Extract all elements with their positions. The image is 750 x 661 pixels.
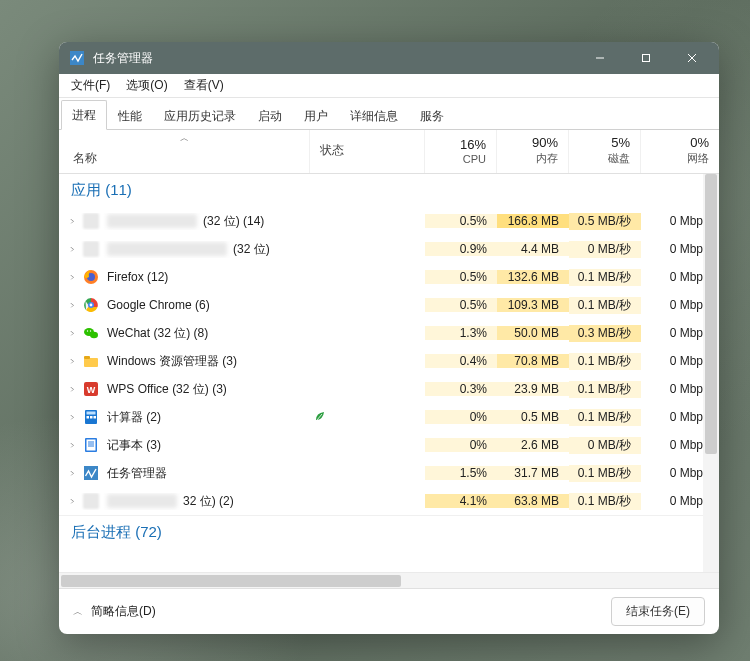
redacted-name (107, 494, 177, 508)
expand-chevron-icon[interactable]: ﹥ (65, 439, 79, 452)
col-header-cpu[interactable]: 16% CPU (425, 130, 497, 173)
process-name-cell[interactable]: ﹥WWPS Office (32 位) (3) (59, 381, 310, 398)
cpu-cell: 0% (425, 410, 497, 424)
process-name-label: Google Chrome (6) (107, 298, 210, 312)
svg-rect-29 (84, 466, 98, 480)
table-row[interactable]: ﹥WeChat (32 位) (8)1.3%50.0 MB0.3 MB/秒0 M… (59, 319, 719, 347)
process-name-cell[interactable]: ﹥(32 位) (14) (59, 213, 310, 230)
vertical-scrollbar-thumb[interactable] (705, 174, 717, 454)
cpu-cell: 0.4% (425, 354, 497, 368)
expand-chevron-icon[interactable]: ﹥ (65, 467, 79, 480)
menu-file[interactable]: 文件(F) (63, 75, 118, 96)
disk-cell: 0 MB/秒 (569, 241, 641, 258)
app-icon (69, 50, 85, 66)
process-name-label: WPS Office (32 位) (3) (107, 381, 227, 398)
cpu-cell: 0.5% (425, 214, 497, 228)
chevron-up-icon: ︿ (73, 605, 83, 619)
titlebar[interactable]: 任务管理器 (59, 42, 719, 74)
process-name-cell[interactable]: ﹥(32 位) (59, 241, 310, 258)
minimize-button[interactable] (577, 42, 623, 74)
process-name-cell[interactable]: ﹥计算器 (2) (59, 409, 310, 426)
process-name-label: WeChat (32 位) (8) (107, 325, 208, 342)
svg-text:W: W (87, 385, 96, 395)
menubar: 文件(F) 选项(O) 查看(V) (59, 74, 719, 98)
process-name-cell[interactable]: ﹥Google Chrome (6) (59, 297, 310, 313)
col-header-status[interactable]: 状态 (310, 130, 425, 173)
disk-cell: 0.1 MB/秒 (569, 269, 641, 286)
process-name-cell[interactable]: ﹥任务管理器 (59, 465, 310, 482)
app-icon (83, 213, 99, 229)
process-name-cell[interactable]: ﹥Firefox (12) (59, 269, 310, 285)
col-header-name[interactable]: ︿ 名称 (59, 130, 310, 173)
expand-chevron-icon[interactable]: ﹥ (65, 383, 79, 396)
expand-chevron-icon[interactable]: ﹥ (65, 271, 79, 284)
table-row[interactable]: ﹥任务管理器1.5%31.7 MB0.1 MB/秒0 Mbps (59, 459, 719, 487)
memory-cell: 63.8 MB (497, 494, 569, 508)
horizontal-scrollbar-thumb[interactable] (61, 575, 401, 587)
col-header-memory[interactable]: 90% 内存 (497, 130, 569, 173)
process-name-suffix: (32 位) (14) (203, 213, 264, 230)
col-header-disk[interactable]: 5% 磁盘 (569, 130, 641, 173)
table-row[interactable]: ﹥计算器 (2)0%0.5 MB0.1 MB/秒0 Mbps (59, 403, 719, 431)
table-row[interactable]: ﹥Google Chrome (6)0.5%109.3 MB0.1 MB/秒0 … (59, 291, 719, 319)
expand-chevron-icon[interactable]: ﹥ (65, 215, 79, 228)
process-name-cell[interactable]: ﹥记事本 (3) (59, 437, 310, 454)
table-row[interactable]: ﹥32 位) (2)4.1%63.8 MB0.1 MB/秒0 Mbps (59, 487, 719, 515)
fewer-details-button[interactable]: ︿ 简略信息(D) (73, 603, 156, 620)
svg-rect-19 (87, 412, 96, 415)
eco-leaf-icon (314, 410, 326, 425)
memory-cell: 166.8 MB (497, 214, 569, 228)
tab-processes[interactable]: 进程 (61, 100, 107, 130)
disk-cell: 0.1 MB/秒 (569, 409, 641, 426)
menu-view[interactable]: 查看(V) (176, 75, 232, 96)
redacted-name (107, 242, 227, 256)
tab-startup[interactable]: 启动 (247, 101, 293, 130)
svg-rect-20 (87, 416, 90, 419)
tab-services[interactable]: 服务 (409, 101, 455, 130)
svg-rect-15 (84, 356, 90, 359)
group-background[interactable]: 后台进程 (72) (59, 515, 719, 549)
notepad-icon (83, 437, 99, 453)
app-icon (83, 493, 99, 509)
svg-rect-25 (87, 440, 96, 451)
expand-chevron-icon[interactable]: ﹥ (65, 299, 79, 312)
memory-cell: 109.3 MB (497, 298, 569, 312)
svg-point-11 (90, 332, 98, 338)
table-row[interactable]: ﹥(32 位) (14)0.5%166.8 MB0.5 MB/秒0 Mbps (59, 207, 719, 235)
process-name-cell[interactable]: ﹥WeChat (32 位) (8) (59, 325, 310, 342)
group-apps[interactable]: 应用 (11) (59, 174, 719, 207)
close-button[interactable] (669, 42, 715, 74)
expand-chevron-icon[interactable]: ﹥ (65, 411, 79, 424)
svg-rect-2 (643, 55, 650, 62)
tab-details[interactable]: 详细信息 (339, 101, 409, 130)
table-row[interactable]: ﹥记事本 (3)0%2.6 MB0 MB/秒0 Mbps (59, 431, 719, 459)
process-name-cell[interactable]: ﹥32 位) (2) (59, 493, 310, 510)
process-list[interactable]: 应用 (11) ﹥(32 位) (14)0.5%166.8 MB0.5 MB/秒… (59, 174, 719, 572)
end-task-button[interactable]: 结束任务(E) (611, 597, 705, 626)
horizontal-scrollbar[interactable] (59, 572, 719, 588)
process-name-label: 记事本 (3) (107, 437, 161, 454)
table-row[interactable]: ﹥Windows 资源管理器 (3)0.4%70.8 MB0.1 MB/秒0 M… (59, 347, 719, 375)
memory-cell: 31.7 MB (497, 466, 569, 480)
table-row[interactable] (59, 549, 719, 572)
tab-app-history[interactable]: 应用历史记录 (153, 101, 247, 130)
memory-cell: 2.6 MB (497, 438, 569, 452)
table-row[interactable]: ﹥(32 位)0.9%4.4 MB0 MB/秒0 Mbps (59, 235, 719, 263)
disk-cell: 0.3 MB/秒 (569, 325, 641, 342)
tab-performance[interactable]: 性能 (107, 101, 153, 130)
col-header-network[interactable]: 0% 网络 (641, 130, 719, 173)
menu-options[interactable]: 选项(O) (118, 75, 175, 96)
maximize-button[interactable] (623, 42, 669, 74)
table-row[interactable]: ﹥Firefox (12)0.5%132.6 MB0.1 MB/秒0 Mbps (59, 263, 719, 291)
expand-chevron-icon[interactable]: ﹥ (65, 355, 79, 368)
svg-point-13 (90, 330, 91, 331)
expand-chevron-icon[interactable]: ﹥ (65, 243, 79, 256)
process-name-cell[interactable]: ﹥Windows 资源管理器 (3) (59, 353, 310, 370)
expand-chevron-icon[interactable]: ﹥ (65, 495, 79, 508)
process-name-suffix: (32 位) (233, 241, 270, 258)
table-row[interactable]: ﹥WWPS Office (32 位) (3)0.3%23.9 MB0.1 MB… (59, 375, 719, 403)
vertical-scrollbar[interactable] (703, 174, 719, 572)
expand-chevron-icon[interactable]: ﹥ (65, 327, 79, 340)
memory-cell: 132.6 MB (497, 270, 569, 284)
tab-users[interactable]: 用户 (293, 101, 339, 130)
